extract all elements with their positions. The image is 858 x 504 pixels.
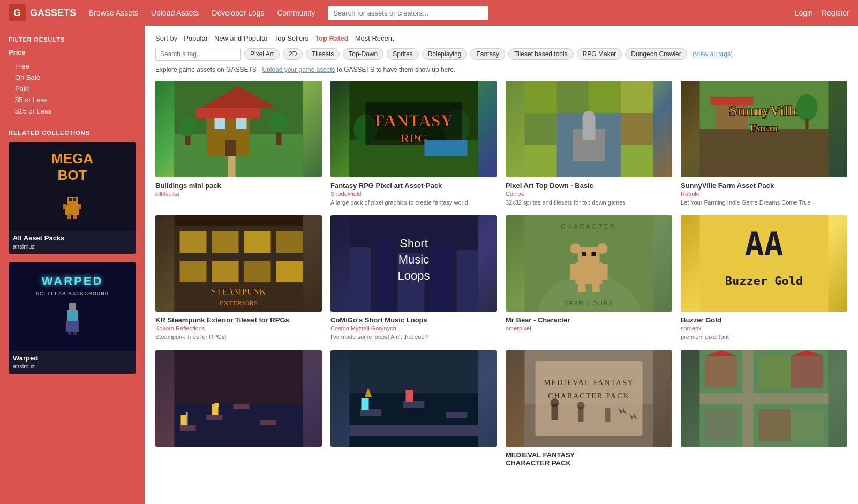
asset-desc-4: Steampunk Tiles for RPGs! — [155, 333, 322, 341]
tag-roleplaying[interactable]: Roleplaying — [422, 48, 468, 60]
price-filter-section: FILTER RESULTS Price Free On Sale Paid $… — [9, 36, 136, 117]
svg-rect-20 — [225, 140, 236, 156]
svg-rect-94 — [180, 425, 196, 431]
warped-subtitle: SCI-FI LAB BACKGROUND — [36, 291, 109, 297]
svg-rect-10 — [66, 321, 79, 332]
view-all-tags-link[interactable]: (View all tags) — [693, 50, 733, 58]
svg-rect-71 — [457, 250, 478, 312]
svg-rect-108 — [362, 398, 369, 410]
asset-desc-1: A large pack of pixel graphics to create… — [330, 199, 497, 207]
asset-image-7: AA Buzzer Gold — [681, 215, 847, 312]
asset-card-6[interactable]: CHARACTER BEAR / OURS — [506, 215, 672, 341]
tag-top-down[interactable]: Top-Down — [343, 48, 383, 60]
svg-text:CHARACTER: CHARACTER — [561, 223, 616, 230]
svg-text:AA: AA — [744, 225, 783, 263]
svg-rect-100 — [215, 403, 219, 407]
asset-card-5[interactable]: Short Music Loops CoMiGo's Short Music L… — [330, 215, 497, 341]
warped-title: WARPED — [42, 274, 103, 288]
svg-rect-67 — [350, 247, 371, 312]
tag-sprites[interactable]: Sprites — [387, 48, 418, 60]
asset-grid: Buildings mini pack kill4spika FANTASY R… — [155, 81, 847, 468]
logo-icon: G — [9, 4, 26, 21]
svg-rect-9 — [67, 310, 78, 321]
asset-image-9 — [330, 350, 497, 447]
sort-top-rated[interactable]: Top Rated — [315, 34, 349, 42]
tag-bar: Pixel Art 2D Tilesets Top-Down Sprites R… — [155, 48, 847, 61]
asset-title-4: KR Steampunk Exterior Tileset for RPGs — [155, 316, 322, 324]
asset-card-3[interactable]: SunnyVille Farm SunnyVille Farm Asset Pa… — [681, 81, 847, 207]
svg-point-25 — [269, 113, 289, 132]
svg-point-80 — [597, 243, 608, 254]
asset-title-5: CoMiGo's Short Music Loops — [330, 316, 497, 324]
svg-text:BEAR / OURS: BEAR / OURS — [564, 300, 614, 306]
price-on-sale[interactable]: On Sale — [9, 72, 136, 83]
svg-rect-63 — [276, 261, 303, 282]
asset-card-8[interactable] — [155, 350, 322, 468]
tag-tileset-tools[interactable]: Tileset based tools — [508, 48, 574, 60]
asset-card-0[interactable]: Buildings mini pack kill4spika — [155, 81, 322, 207]
asset-card-2[interactable]: Pixel Art Top Down - Basic Cainos 32x32 … — [506, 81, 672, 207]
svg-text:SunnyVille: SunnyVille — [729, 102, 799, 119]
asset-image-3: SunnyVille Farm — [681, 81, 847, 177]
svg-rect-39 — [525, 113, 557, 145]
asset-image-0 — [155, 81, 322, 177]
nav-search-input[interactable] — [328, 6, 488, 20]
nav-community[interactable]: Community — [277, 9, 315, 17]
sort-popular[interactable]: Popular — [184, 34, 208, 42]
asset-card-4[interactable]: STEAMPUNK EXTERIORS KR Steampunk Exterio… — [155, 215, 322, 341]
svg-rect-60 — [180, 261, 207, 282]
svg-rect-2 — [73, 198, 76, 201]
svg-text:Short: Short — [400, 237, 428, 250]
asset-card-9[interactable] — [330, 350, 497, 468]
svg-rect-7 — [73, 215, 77, 219]
asset-image-4: STEAMPUNK EXTERIORS — [155, 215, 322, 312]
svg-rect-87 — [592, 252, 596, 256]
svg-rect-11 — [68, 332, 71, 335]
svg-text:Music: Music — [398, 253, 429, 266]
svg-point-117 — [551, 398, 559, 407]
tag-fantasy[interactable]: Fantasy — [470, 48, 505, 60]
svg-rect-68 — [377, 237, 393, 312]
price-paid[interactable]: Paid — [9, 83, 136, 94]
nav-developer-logs[interactable]: Developer Logs — [212, 9, 264, 17]
tag-rpg-maker[interactable]: RPG Maker — [577, 48, 622, 60]
nav-login[interactable]: Login — [795, 9, 813, 17]
price-15-or-less[interactable]: $15 or Less — [9, 106, 136, 117]
tag-dungeon-crawler[interactable]: Dungeon Crawler — [625, 48, 687, 60]
asset-card-10[interactable]: MEDIEVAL FANTASY CHARACTER PACK MEDIEVAL… — [506, 350, 672, 468]
collection-name-0: All Asset Packs — [9, 231, 136, 243]
price-free[interactable]: Free — [9, 61, 136, 72]
tag-search-input[interactable] — [155, 48, 241, 61]
asset-title-1: Fantasy RPG Pixel art Asset-Pack — [330, 182, 497, 190]
asset-card-11[interactable] — [681, 350, 847, 468]
svg-rect-62 — [244, 261, 271, 282]
mega-bot-title-line1: MEGA — [51, 151, 93, 167]
upload-link[interactable]: Upload your game assets — [262, 66, 335, 73]
svg-text:STEAMPUNK: STEAMPUNK — [211, 287, 266, 296]
collection-name-1: Warped — [9, 351, 136, 363]
asset-card-1[interactable]: FANTASY RPG Fantasy RPG Pixel art Asset-… — [330, 81, 497, 207]
logo-link[interactable]: G GASSETS — [9, 4, 76, 21]
sidebar: FILTER RESULTS Price Free On Sale Paid $… — [0, 26, 145, 504]
sort-most-recent[interactable]: Most Recent — [355, 34, 394, 42]
asset-image-2 — [506, 81, 672, 177]
sort-top-sellers[interactable]: Top Sellers — [274, 34, 308, 42]
svg-text:FANTASY: FANTASY — [374, 111, 453, 130]
tag-2d[interactable]: 2D — [283, 48, 303, 60]
tag-pixel-art[interactable]: Pixel Art — [244, 48, 280, 60]
svg-rect-128 — [705, 409, 737, 441]
sort-new-popular[interactable]: New and Popular — [214, 34, 268, 42]
price-5-or-less[interactable]: $5 or Less — [9, 94, 136, 106]
asset-card-7[interactable]: AA Buzzer Gold Buzzer Gold somepx premiu… — [681, 215, 847, 341]
nav-register[interactable]: Register — [822, 9, 849, 17]
nav-browse-assets[interactable]: Browse Assets — [89, 9, 138, 17]
nav-upload-assets[interactable]: Upload Assets — [151, 9, 199, 17]
tag-tilesets[interactable]: Tilesets — [306, 48, 340, 60]
collection-card-1[interactable]: WARPED SCI-FI LAB BACKGROUND Warped ansi… — [9, 262, 136, 374]
svg-rect-12 — [73, 332, 77, 335]
svg-text:Loops: Loops — [398, 269, 430, 282]
asset-author-4: Kokoro Reflections — [155, 325, 322, 332]
svg-rect-53 — [806, 118, 809, 129]
collection-card-0[interactable]: MEGA BOT — [9, 142, 136, 254]
svg-text:Farm: Farm — [750, 121, 778, 134]
